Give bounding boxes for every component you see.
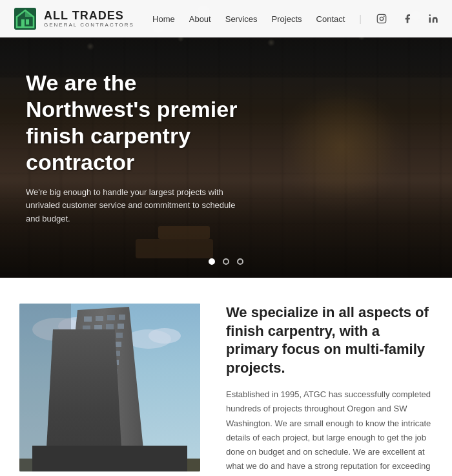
svg-rect-27 <box>80 344 88 349</box>
svg-rect-32 <box>90 352 98 357</box>
logo-icon <box>13 6 37 31</box>
svg-rect-41 <box>99 369 107 375</box>
svg-rect-17 <box>107 315 115 320</box>
nav-about[interactable]: About <box>189 14 211 24</box>
svg-rect-50 <box>108 387 115 392</box>
hero-content: We are the Northwest's premier finish ca… <box>26 70 271 226</box>
dot-2[interactable] <box>223 258 229 265</box>
svg-point-6 <box>380 17 383 20</box>
instagram-icon <box>376 14 387 24</box>
svg-rect-25 <box>105 333 112 338</box>
svg-rect-42 <box>111 369 118 374</box>
svg-rect-22 <box>118 324 124 329</box>
logo-text-block: ALL TRADES GENERAL CONTRACTORS <box>44 10 134 28</box>
hero-subtext: We're big enough to handle your largest … <box>26 186 245 226</box>
svg-rect-54 <box>107 396 114 401</box>
svg-rect-48 <box>85 388 93 393</box>
hero-background: We are the Northwest's premier finish ca… <box>0 0 452 278</box>
svg-rect-15 <box>84 316 92 322</box>
svg-rect-3 <box>21 19 25 27</box>
hero-headline: We are the Northwest's premier finish ca… <box>26 70 271 175</box>
svg-rect-36 <box>89 361 97 366</box>
svg-rect-5 <box>377 14 385 23</box>
svg-rect-46 <box>110 378 116 383</box>
logo-area: ALL TRADES GENERAL CONTRACTORS <box>13 6 134 31</box>
svg-rect-43 <box>75 380 83 385</box>
svg-rect-38 <box>112 360 119 365</box>
about-photo <box>19 304 200 471</box>
nav-contact[interactable]: Contact <box>316 14 345 24</box>
main-nav: Home About Services Projects Contact | <box>152 13 439 25</box>
facebook-icon <box>402 14 413 24</box>
svg-rect-39 <box>76 371 84 376</box>
nav-home[interactable]: Home <box>152 14 175 24</box>
svg-rect-35 <box>77 362 85 367</box>
svg-rect-26 <box>116 333 123 338</box>
linkedin-icon <box>428 14 438 24</box>
nav-projects[interactable]: Projects <box>272 14 302 24</box>
svg-rect-19 <box>83 326 90 331</box>
svg-rect-23 <box>81 335 89 340</box>
svg-rect-47 <box>74 389 81 394</box>
hero-section: We are the Northwest's premier finish ca… <box>0 0 452 278</box>
svg-rect-24 <box>93 334 101 339</box>
svg-rect-34 <box>114 351 120 356</box>
dot-1[interactable] <box>209 258 215 265</box>
svg-rect-21 <box>106 324 114 329</box>
nav-services[interactable]: Services <box>225 14 258 24</box>
svg-rect-33 <box>102 351 110 357</box>
building-svg <box>19 304 200 471</box>
linkedin-link[interactable] <box>427 13 439 25</box>
instagram-link[interactable] <box>376 13 387 25</box>
svg-rect-49 <box>97 388 105 393</box>
about-text: We specialize in all aspects of finish c… <box>226 304 433 476</box>
svg-rect-44 <box>87 379 94 384</box>
logo-title: ALL TRADES <box>44 10 134 23</box>
dot-3[interactable] <box>237 258 243 265</box>
svg-rect-31 <box>79 353 87 358</box>
svg-rect-16 <box>96 316 103 321</box>
about-body: Established in 1995, ATGC has successful… <box>226 388 433 476</box>
svg-rect-20 <box>94 325 102 330</box>
svg-rect-18 <box>119 315 125 320</box>
svg-rect-56 <box>19 304 71 471</box>
svg-point-7 <box>384 16 384 17</box>
svg-rect-45 <box>98 378 106 384</box>
hero-dots <box>209 258 243 265</box>
nav-divider: | <box>359 14 362 24</box>
svg-rect-40 <box>88 370 96 375</box>
svg-rect-53 <box>96 397 103 402</box>
svg-rect-30 <box>115 342 121 347</box>
svg-rect-28 <box>92 343 99 348</box>
main-header: ALL TRADES GENERAL CONTRACTORS Home Abou… <box>0 0 452 37</box>
svg-rect-37 <box>101 360 108 366</box>
svg-rect-52 <box>84 397 92 402</box>
logo-subtitle: GENERAL CONTRACTORS <box>44 23 134 28</box>
svg-rect-51 <box>72 398 80 403</box>
svg-rect-55 <box>19 459 200 471</box>
svg-point-8 <box>429 14 431 16</box>
about-title: We specialize in all aspects of finish c… <box>226 304 433 377</box>
facebook-link[interactable] <box>402 13 413 25</box>
svg-rect-29 <box>103 342 111 347</box>
svg-rect-4 <box>26 19 29 25</box>
svg-point-13 <box>149 328 181 344</box>
about-section: We specialize in all aspects of finish c… <box>0 278 452 476</box>
